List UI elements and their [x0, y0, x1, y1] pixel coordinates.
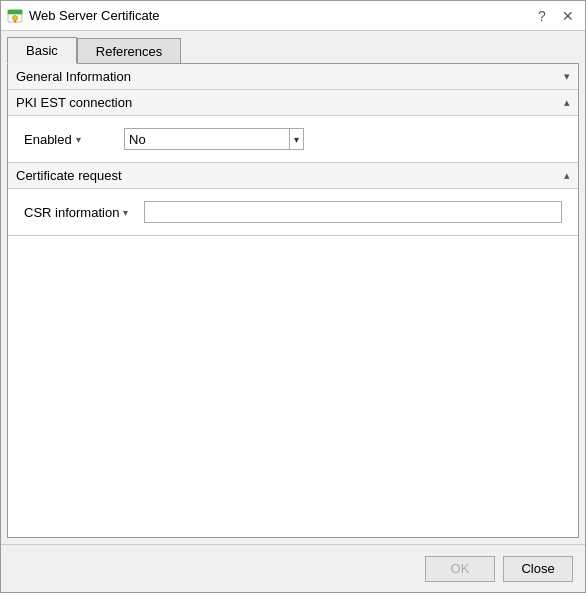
dialog-content: Basic References General Information ▾ P… [1, 31, 585, 544]
enabled-label-dropdown-icon[interactable]: ▾ [76, 134, 81, 145]
section-general-information[interactable]: General Information ▾ [8, 64, 578, 90]
dialog-window: Web Server Certificate ? ✕ Basic Referen… [0, 0, 586, 593]
csr-input[interactable] [144, 201, 562, 223]
chevron-general-information: ▾ [564, 70, 570, 83]
window-title: Web Server Certificate [29, 8, 531, 23]
section-certificate-request[interactable]: Certificate request ▴ [8, 163, 578, 189]
tab-content-basic: General Information ▾ PKI EST connection… [7, 63, 579, 538]
enabled-field-row: Enabled ▾ No ▾ [16, 124, 570, 154]
title-bar-controls: ? ✕ [531, 5, 579, 27]
certificate-request-body: CSR information ▾ [8, 189, 578, 236]
enabled-select[interactable]: No ▾ [124, 128, 304, 150]
close-button[interactable]: Close [503, 556, 573, 582]
csr-label-dropdown-icon[interactable]: ▾ [123, 207, 128, 218]
enabled-label-group: Enabled ▾ [24, 132, 124, 147]
title-bar: Web Server Certificate ? ✕ [1, 1, 585, 31]
enabled-label: Enabled [24, 132, 72, 147]
chevron-certificate-request: ▴ [564, 169, 570, 182]
enabled-select-value: No [129, 132, 289, 147]
dialog-footer: OK Close [1, 544, 585, 592]
ok-button[interactable]: OK [425, 556, 495, 582]
pki-est-body: Enabled ▾ No ▾ [8, 116, 578, 163]
section-pki-est-connection[interactable]: PKI EST connection ▴ [8, 90, 578, 116]
svg-rect-1 [8, 10, 22, 14]
tabs-row: Basic References [7, 37, 579, 64]
tab-basic[interactable]: Basic [7, 37, 77, 64]
window-close-button[interactable]: ✕ [557, 5, 579, 27]
certificate-icon [7, 8, 23, 24]
csr-field-row: CSR information ▾ [16, 197, 570, 227]
tab-references[interactable]: References [77, 38, 181, 65]
enabled-select-arrow-icon: ▾ [289, 129, 299, 149]
csr-label: CSR information [24, 205, 119, 220]
chevron-pki-est: ▴ [564, 96, 570, 109]
svg-point-3 [13, 15, 18, 20]
csr-label-group: CSR information ▾ [24, 205, 144, 220]
help-button[interactable]: ? [531, 5, 553, 27]
